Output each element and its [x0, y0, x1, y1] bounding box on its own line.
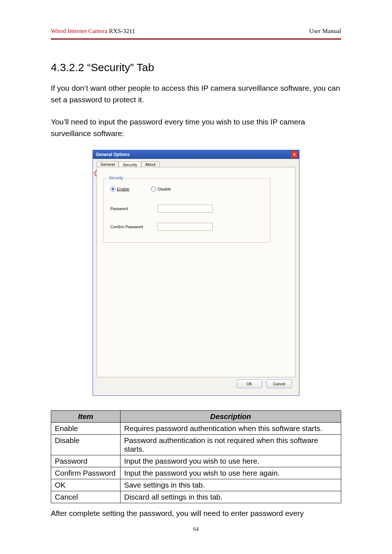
dialog-titlebar: General Options × — [93, 150, 299, 159]
col-item: Item — [51, 411, 121, 423]
tab-general[interactable]: General — [97, 161, 119, 167]
security-groupbox: Security Enable Disable — [103, 178, 270, 243]
cell-item: Cancel — [51, 491, 121, 503]
table-row: EnableRequires password authentication w… — [51, 423, 341, 435]
groupbox-title: Security — [107, 176, 125, 180]
table-row: CancelDiscard all settings in this tab. — [51, 491, 341, 503]
product-name: Wired Internet Camera — [51, 28, 107, 34]
cell-description: Save settings in this tab. — [121, 479, 341, 491]
product-model: RXS-3211 — [107, 28, 135, 34]
cell-description: Requires password authentication when th… — [121, 423, 341, 435]
cell-item: Confirm Password — [51, 467, 121, 479]
cell-item: Disable — [51, 435, 121, 455]
intro-paragraph-1: If you don’t want other people to access… — [51, 82, 341, 105]
doc-header: Wired Internet Camera RXS-3211 User Manu… — [51, 28, 341, 36]
description-table: Item Description EnableRequires password… — [51, 410, 341, 503]
ok-button[interactable]: OK — [237, 379, 262, 388]
col-description: Description — [121, 411, 341, 423]
table-row: PasswordInput the password you wish to u… — [51, 455, 341, 467]
cell-description: Password authentication is not required … — [121, 435, 341, 455]
radio-enable[interactable]: Enable — [110, 186, 129, 192]
table-row: DisablePassword authentication is not re… — [51, 435, 341, 455]
cell-item: Password — [51, 455, 121, 467]
cell-description: Discard all settings in this tab. — [121, 491, 341, 503]
cancel-button[interactable]: Cancel — [266, 379, 292, 388]
password-field[interactable] — [158, 205, 213, 213]
after-table-paragraph: After complete setting the password, you… — [51, 508, 341, 519]
cell-description: Input the password you wish to use here … — [121, 467, 341, 479]
radio-disable[interactable]: Disable — [151, 186, 171, 192]
radio-dot-icon — [110, 186, 115, 192]
doc-type: User Manual — [309, 28, 341, 35]
close-icon[interactable]: × — [291, 151, 298, 158]
password-label: Password — [110, 206, 158, 211]
cell-item: Enable — [51, 423, 121, 435]
radio-disable-label: Disable — [158, 187, 171, 191]
dialog-screenshot: General Options × General Security About… — [51, 150, 341, 396]
section-title: 4.3.2.2 “Security” Tab — [51, 61, 341, 74]
cell-item: OK — [51, 479, 121, 491]
intro-paragraph-2: You’ll need to input the password every … — [51, 116, 341, 139]
radio-dot-icon — [151, 186, 156, 192]
tab-bar: General Security About — [97, 161, 295, 167]
page-number: 64 — [0, 526, 392, 532]
header-rule — [51, 38, 341, 40]
table-row: Confirm PasswordInput the password you w… — [51, 467, 341, 479]
radio-enable-label: Enable — [117, 187, 129, 191]
table-row: OKSave settings in this tab. — [51, 479, 341, 491]
confirm-password-label: Confirm Password — [110, 225, 158, 229]
dialog-title: General Options — [96, 152, 130, 157]
confirm-password-field[interactable] — [158, 223, 213, 231]
cell-description: Input the password you wish to use here. — [121, 455, 341, 467]
tab-about[interactable]: About — [141, 161, 160, 167]
tab-panel-security: Security Enable Disable — [97, 167, 295, 377]
